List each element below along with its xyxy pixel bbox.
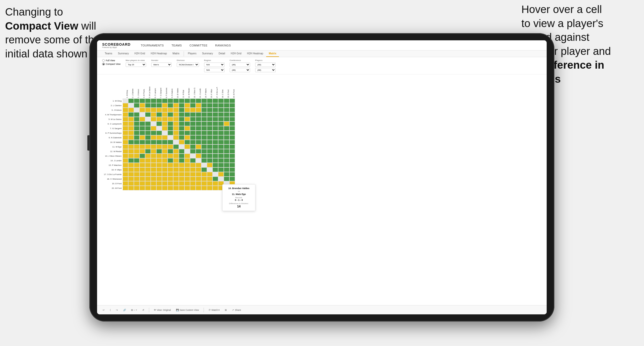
matrix-cell[interactable] <box>224 98 229 103</box>
matrix-cell[interactable] <box>179 163 184 167</box>
matrix-cell[interactable] <box>229 108 235 112</box>
matrix-cell[interactable] <box>145 103 151 108</box>
matrix-cell[interactable] <box>218 121 224 126</box>
matrix-cell[interactable] <box>190 149 196 154</box>
matrix-cell[interactable] <box>162 98 168 103</box>
matrix-cell[interactable] <box>218 140 224 144</box>
filter-players-select1[interactable]: (All) <box>255 63 276 67</box>
matrix-cell[interactable] <box>162 140 168 144</box>
matrix-cell[interactable] <box>224 158 229 163</box>
matrix-cell[interactable] <box>139 131 145 135</box>
matrix-cell[interactable] <box>156 144 162 149</box>
matrix-cell[interactable] <box>229 149 235 154</box>
matrix-cell[interactable] <box>151 144 156 149</box>
matrix-cell[interactable] <box>139 126 145 131</box>
matrix-cell[interactable] <box>145 172 151 177</box>
matrix-cell[interactable] <box>134 126 139 131</box>
matrix-cell[interactable] <box>123 98 128 103</box>
matrix-cell[interactable] <box>184 186 190 190</box>
matrix-cell[interactable] <box>128 154 134 158</box>
matrix-cell[interactable] <box>173 181 179 186</box>
matrix-cell[interactable] <box>224 103 229 108</box>
matrix-cell[interactable] <box>213 158 218 163</box>
matrix-cell[interactable] <box>201 121 207 126</box>
matrix-cell[interactable] <box>196 172 201 177</box>
matrix-cell[interactable] <box>190 163 196 167</box>
matrix-cell[interactable] <box>213 108 218 112</box>
matrix-cell[interactable] <box>184 149 190 154</box>
matrix-cell[interactable] <box>123 181 128 186</box>
matrix-cell[interactable] <box>207 140 213 144</box>
matrix-cell[interactable] <box>162 177 168 181</box>
matrix-cell[interactable] <box>168 167 173 172</box>
matrix-cell[interactable] <box>151 103 156 108</box>
nav-committee[interactable]: COMMITTEE <box>190 43 208 48</box>
matrix-cell[interactable] <box>128 163 134 167</box>
matrix-cell[interactable] <box>218 98 224 103</box>
matrix-cell[interactable] <box>128 140 134 144</box>
matrix-cell[interactable] <box>196 163 201 167</box>
matrix-cell[interactable] <box>179 172 184 177</box>
matrix-cell[interactable] <box>128 117 134 121</box>
matrix-cell[interactable] <box>145 158 151 163</box>
matrix-cell[interactable] <box>213 121 218 126</box>
tab-summary-left[interactable]: Summary <box>115 51 131 57</box>
matrix-cell[interactable] <box>201 98 207 103</box>
matrix-cell[interactable] <box>145 121 151 126</box>
matrix-cell[interactable] <box>128 98 134 103</box>
matrix-cell[interactable] <box>139 112 145 117</box>
full-view-option[interactable]: Full View <box>102 59 121 62</box>
matrix-cell[interactable] <box>168 98 173 103</box>
matrix-cell[interactable] <box>139 149 145 154</box>
matrix-cell[interactable] <box>162 121 168 126</box>
nav-tournaments[interactable]: TOURNAMENTS <box>141 43 164 48</box>
matrix-cell[interactable] <box>151 163 156 167</box>
matrix-cell[interactable] <box>184 126 190 131</box>
matrix-cell[interactable] <box>213 135 218 140</box>
matrix-cell[interactable] <box>190 167 196 172</box>
matrix-cell[interactable] <box>134 103 139 108</box>
matrix-cell[interactable] <box>156 167 162 172</box>
matrix-cell[interactable] <box>196 98 201 103</box>
matrix-cell[interactable] <box>156 149 162 154</box>
matrix-cell[interactable] <box>201 140 207 144</box>
matrix-cell[interactable] <box>196 140 201 144</box>
matrix-cell[interactable] <box>224 144 229 149</box>
matrix-cell[interactable] <box>184 172 190 177</box>
matrix-cell[interactable] <box>207 172 213 177</box>
matrix-cell[interactable] <box>145 98 151 103</box>
matrix-cell[interactable] <box>179 117 184 121</box>
matrix-cell[interactable] <box>134 117 139 121</box>
matrix-cell[interactable] <box>224 172 229 177</box>
matrix-cell[interactable] <box>134 181 139 186</box>
matrix-cell[interactable] <box>168 131 173 135</box>
matrix-cell[interactable] <box>162 163 168 167</box>
matrix-cell[interactable] <box>218 163 224 167</box>
matrix-cell[interactable] <box>213 167 218 172</box>
matrix-cell[interactable] <box>229 177 235 181</box>
matrix-cell[interactable] <box>207 144 213 149</box>
tab-detail[interactable]: Detail <box>216 51 228 57</box>
matrix-cell[interactable] <box>207 108 213 112</box>
matrix-cell[interactable] <box>179 108 184 112</box>
matrix-cell[interactable] <box>173 144 179 149</box>
matrix-cell[interactable] <box>184 154 190 158</box>
matrix-cell[interactable] <box>196 121 201 126</box>
matrix-cell[interactable] <box>218 158 224 163</box>
matrix-cell[interactable] <box>151 181 156 186</box>
matrix-cell[interactable] <box>168 149 173 154</box>
matrix-cell[interactable] <box>123 177 128 181</box>
matrix-cell[interactable] <box>224 154 229 158</box>
matrix-cell[interactable] <box>218 167 224 172</box>
matrix-cell[interactable] <box>128 172 134 177</box>
matrix-cell[interactable] <box>190 98 196 103</box>
matrix-cell[interactable] <box>168 186 173 190</box>
matrix-cell[interactable] <box>151 140 156 144</box>
matrix-cell[interactable] <box>201 131 207 135</box>
matrix-cell[interactable] <box>201 158 207 163</box>
matrix-cell[interactable] <box>201 172 207 177</box>
matrix-cell[interactable] <box>179 149 184 154</box>
matrix-cell[interactable] <box>168 177 173 181</box>
matrix-cell[interactable] <box>196 158 201 163</box>
filter-region-select2[interactable]: N/A <box>204 68 225 72</box>
